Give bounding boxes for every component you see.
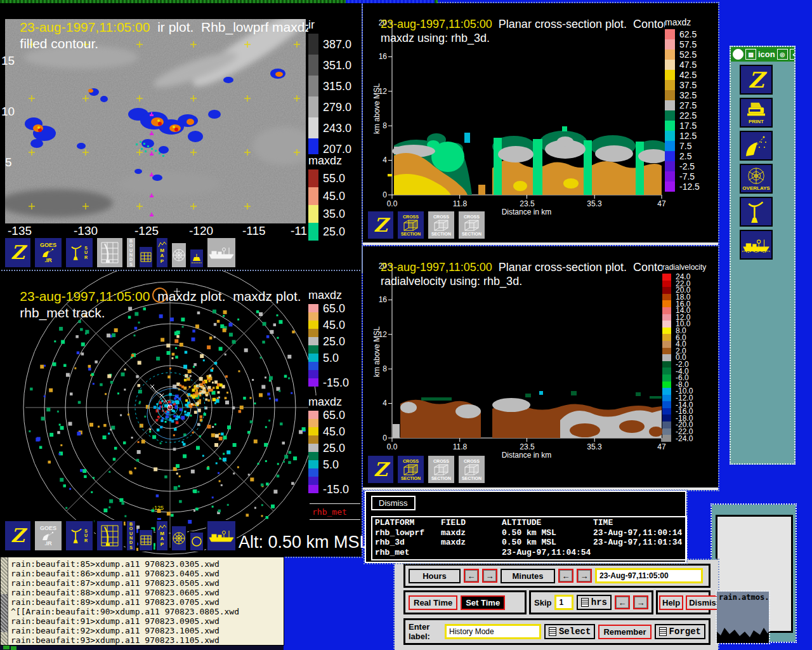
terminal-line: rain:beaufait:89>xdump.a11 970823.0705.x…: [11, 597, 239, 607]
svg-text:4: 4: [383, 156, 387, 164]
cross-section-button[interactable]: CROSS SECTION: [427, 454, 455, 484]
svg-text:11.8: 11.8: [453, 442, 468, 451]
colorbar-entry: 62.5: [665, 29, 700, 39]
colorbar-entry: 35.0: [308, 205, 345, 223]
set-time-button[interactable]: Set Time: [461, 595, 505, 610]
zebra-button[interactable]: Z: [4, 520, 32, 552]
time-input[interactable]: 23-Aug-97,11:05:00: [595, 568, 703, 583]
xs1-xlabel: Distance in km: [502, 208, 552, 215]
goes-ir-button[interactable]: GOES .IR: [34, 520, 63, 552]
units-menu-button[interactable]: hrs: [577, 595, 612, 610]
minutes-back-button[interactable]: ←: [558, 569, 573, 583]
terminal-scrollbar[interactable]: [1, 557, 8, 645]
xs2-radialvelocity-colorbar: radialvelocity24.022.020.018.016.014.012…: [662, 263, 706, 442]
window-target-icon[interactable]: ◎: [777, 49, 788, 60]
help-button[interactable]: Help: [659, 595, 683, 610]
window-restore-icon[interactable]: ↵: [790, 49, 794, 60]
menu-icon: [549, 627, 556, 636]
window-list-icon[interactable]: ▤: [745, 49, 756, 60]
colorbar-entry: 47.5: [665, 60, 700, 70]
skip-back-button[interactable]: ←: [615, 595, 630, 609]
colorbar-entry: 65.0: [308, 411, 349, 419]
colorbar-label: maxdz: [308, 154, 345, 168]
zebra-button[interactable]: Z: [367, 210, 395, 240]
cross-section-button[interactable]: CROSS SECTION: [457, 210, 486, 240]
window-menu-icon[interactable]: [733, 49, 743, 60]
cross-section-button[interactable]: CROSS SECTION: [427, 210, 455, 240]
skip-frame: Skip 1 hrs ← →: [529, 590, 653, 614]
ship-platform-button[interactable]: [740, 230, 773, 260]
minutes-button[interactable]: Minutes: [501, 569, 555, 583]
svg-text:35.3: 35.3: [587, 442, 602, 451]
cube-icon: [464, 463, 480, 476]
ir-x-tick: -120: [189, 224, 213, 238]
field-status-dialog: Dismiss PLATFORMFIELDALTITUDETIMErhb_low…: [365, 491, 686, 563]
ship-button[interactable]: [206, 520, 237, 552]
cross-section-button-active[interactable]: CROSS SECTION: [396, 210, 425, 240]
svg-text:23.5: 23.5: [520, 199, 535, 208]
radar-scope-icon: [172, 248, 186, 262]
grid-antenna-button[interactable]: [96, 520, 124, 552]
select-button[interactable]: Select: [544, 624, 595, 639]
map-button[interactable]: MAP: [155, 520, 169, 552]
remember-button[interactable]: Remember: [598, 625, 651, 639]
real-time-button[interactable]: Real Time: [409, 595, 457, 610]
left-arrow-icon: ←: [468, 571, 476, 581]
ir-y-tick: 10: [1, 105, 15, 119]
map-button[interactable]: MAP: [155, 237, 169, 269]
hours-forward-button[interactable]: →: [482, 569, 497, 583]
bounds-button[interactable]: BOUNDS: [126, 237, 136, 269]
goes-ir-button[interactable]: GOES .IR: [34, 237, 63, 269]
map-label: MAP: [160, 531, 164, 547]
cross-section-button-active[interactable]: CROSS SECTION: [396, 454, 425, 484]
colorbar-entry: -15.0: [308, 485, 349, 493]
overlays-scope-button[interactable]: [171, 242, 187, 269]
hours-button[interactable]: Hours: [409, 569, 461, 583]
colorbar-entry: -15.0: [308, 378, 349, 387]
xs2-title-line2: radialvelocity using: rhb_3d.: [381, 275, 522, 288]
grid-button[interactable]: [138, 529, 154, 552]
overlays-button[interactable]: OVERLAYS: [740, 164, 773, 194]
zebra-z-icon: Z: [374, 216, 388, 235]
surveillance-button[interactable]: SUR: [65, 520, 94, 552]
ship-button[interactable]: [206, 237, 237, 269]
xs1-title-line2: maxdz using: rhb_3d.: [381, 32, 490, 44]
hours-back-button[interactable]: ←: [464, 569, 479, 583]
bounds-button[interactable]: BOUNDS: [126, 520, 136, 552]
buoy-button[interactable]: [189, 248, 204, 269]
cross-section-button[interactable]: CROSS SECTION: [457, 454, 486, 484]
colorbar-entry: 279.0: [308, 96, 351, 117]
satellite-dish-icon: [42, 531, 55, 541]
terminal-window[interactable]: rain:beaufait:85>xdump.a11 970823.0305.x…: [0, 557, 284, 646]
grid-antenna-button[interactable]: [96, 237, 124, 269]
colorbar-entry: 243.0: [308, 117, 351, 138]
skip-input[interactable]: 1: [554, 595, 573, 610]
surveillance-button[interactable]: SUR: [65, 237, 94, 269]
terminal-scrollbar-thumb[interactable]: [1, 594, 8, 632]
rain-atmos-window[interactable]: rain.atmos.: [717, 592, 769, 643]
dismiss-button[interactable]: Dismiss: [371, 496, 416, 510]
overlays-scope-button[interactable]: [171, 525, 187, 552]
terminal-line: rain:beaufait:92>xdump.a11 970823.1005.x…: [11, 626, 239, 635]
antenna-button[interactable]: [740, 197, 773, 227]
grid-button[interactable]: [138, 246, 154, 269]
table-row: rhb_met23-Aug-97,11:04:54: [375, 548, 683, 558]
print-button[interactable]: PRINT: [740, 98, 773, 128]
ir-x-tick: -130: [74, 224, 98, 238]
zebra-main-button[interactable]: Z: [740, 65, 773, 95]
circle-button[interactable]: [189, 531, 204, 552]
forget-button[interactable]: Forget: [655, 624, 705, 639]
zebra-button[interactable]: Z: [367, 454, 395, 484]
zebra-button[interactable]: Z: [4, 237, 32, 269]
minutes-forward-button[interactable]: →: [577, 569, 592, 583]
colorbar-entry: -2.5: [665, 161, 700, 171]
cube-icon: [433, 219, 450, 232]
ir-x-tick: -135: [8, 224, 32, 238]
menu-icon: [659, 627, 667, 636]
icon-toolbar-titlebar[interactable]: ▤ icon ◎ ↵: [731, 47, 794, 62]
ir-x-tick: -11: [291, 224, 307, 238]
skip-forward-button[interactable]: →: [633, 595, 648, 609]
label-input[interactable]: History Mode: [445, 624, 541, 639]
svg-text:35.3: 35.3: [587, 199, 602, 208]
satellite-button[interactable]: [740, 131, 773, 161]
